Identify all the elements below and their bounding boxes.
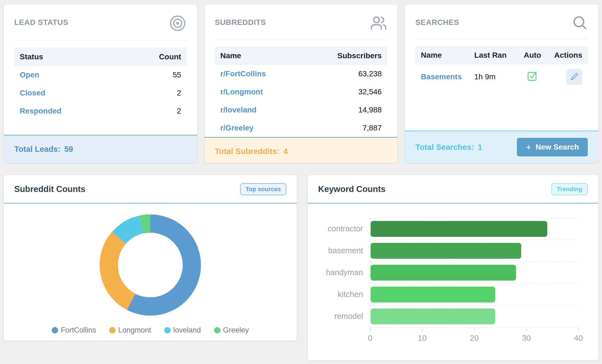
subreddits-footer: Total Subreddits:4 (204, 137, 398, 163)
col-name: Name (415, 46, 469, 64)
subscribers-loveland: 14,988 (302, 101, 387, 119)
x-tick-label: 10 (418, 334, 427, 343)
bar-category-labels: contractorbasementhandymankitchenremodel (323, 218, 370, 328)
users-icon (370, 14, 387, 32)
x-tick-label: 30 (522, 334, 531, 343)
subreddit-donut-chart: FortCollinsLongmontlovelandGreeley (4, 203, 297, 334)
lead-status-footer: Total Leads:59 (4, 135, 197, 163)
bar-row (371, 218, 578, 240)
total-searches-label: Total Searches: (415, 143, 474, 152)
divider (14, 40, 187, 41)
total-leads-label: Total Leads: (14, 145, 61, 153)
table-header-row: Status Count (14, 48, 187, 66)
total-leads-value: 59 (64, 145, 73, 153)
subreddits-card: SUBREDDITS Name Subscribers r/F (204, 4, 398, 163)
col-actions: Actions (549, 46, 588, 64)
new-search-button[interactable]: + New Search (517, 138, 588, 156)
search-icon (571, 14, 588, 32)
table-header-row: Name Last Ran Auto Actions (415, 46, 588, 64)
col-last-ran: Last Ran (469, 46, 516, 64)
x-tick (370, 328, 371, 332)
trending-badge: Trending (551, 183, 588, 195)
pencil-icon (571, 73, 578, 81)
table-row: Closed 2 (14, 84, 187, 102)
col-status: Status (14, 48, 120, 66)
searches-title: SEARCHES (415, 18, 459, 27)
search-link-basements[interactable]: Basements (421, 72, 462, 81)
subreddit-link-longmont[interactable]: r/Longmont (220, 88, 263, 96)
subreddit-counts-header: Subreddit Counts Top sources (4, 175, 297, 203)
bar-row (371, 261, 578, 283)
subreddit-link-greeley[interactable]: r/Greeley (220, 124, 254, 132)
keyword-counts-title: Keyword Counts (318, 184, 385, 194)
x-tick-label: 0 (368, 334, 372, 343)
divider (215, 39, 387, 40)
search-last-ran: 1h 9m (469, 64, 516, 89)
plus-icon: + (526, 142, 531, 152)
col-name: Name (215, 47, 302, 65)
lead-status-link-open[interactable]: Open (20, 71, 39, 79)
keyword-counts-header: Keyword Counts Trending (308, 175, 598, 203)
bar-handyman (371, 265, 516, 281)
subscribers-fortcollins: 63,238 (302, 65, 387, 83)
legend-dot (214, 327, 220, 333)
top-sources-badge: Top sources (240, 183, 286, 195)
bar-remodel (371, 308, 495, 324)
bar-basement (371, 243, 521, 259)
table-row: r/loveland 14,988 (215, 101, 387, 119)
bar-label-contractor: contractor (323, 218, 370, 240)
legend-item-greeley: Greeley (214, 326, 249, 334)
auto-checkbox-icon[interactable] (527, 75, 538, 83)
table-row: r/FortCollins 63,238 (215, 65, 387, 83)
legend-label: FortCollins (61, 326, 96, 334)
bar-contractor (371, 221, 547, 237)
bar-label-kitchen: kitchen (323, 283, 370, 305)
donut-legend: FortCollinsLongmontlovelandGreeley (52, 326, 249, 334)
legend-label: Greeley (223, 326, 249, 334)
subreddit-counts-panel: Subreddit Counts Top sources FortCollins… (4, 175, 297, 341)
subreddits-title: SUBREDDITS (215, 18, 266, 27)
lead-status-link-closed[interactable]: Closed (20, 89, 45, 97)
x-tick-label: 20 (470, 334, 479, 343)
col-subscribers: Subscribers (302, 47, 387, 65)
subscribers-greeley: 7,887 (302, 119, 387, 137)
new-search-label: New Search (535, 143, 579, 152)
lead-status-link-responded[interactable]: Responded (20, 107, 61, 115)
bar-row (371, 283, 578, 305)
searches-footer: Total Searches:1 + New Search (405, 131, 598, 163)
legend-item-loveland: loveland (164, 326, 201, 334)
bar-kitchen (371, 287, 495, 302)
total-subreddits-value: 4 (283, 147, 288, 156)
subreddit-donut-svg (99, 213, 202, 317)
subreddit-link-fortcollins[interactable]: r/FortCollins (220, 69, 266, 78)
keyword-bar-chart: contractorbasementhandymankitchenremodel… (308, 203, 598, 347)
legend-label: loveland (173, 326, 201, 334)
bar-label-basement: basement (323, 240, 370, 261)
subscribers-longmont: 32,546 (302, 83, 387, 101)
x-tick-label: 40 (574, 334, 583, 343)
top-stats-row: LEAD STATUS Status Count Open 55 (4, 4, 598, 163)
col-auto: Auto (516, 46, 549, 64)
lead-status-card: LEAD STATUS Status Count Open 55 (4, 4, 197, 163)
target-icon (169, 14, 187, 33)
edit-search-button[interactable] (566, 69, 582, 85)
x-tick (578, 328, 579, 332)
searches-header: SEARCHES (405, 4, 598, 32)
table-row: r/Greeley 7,887 (215, 119, 387, 137)
subreddit-link-loveland[interactable]: r/loveland (220, 106, 257, 114)
lead-count-open: 55 (120, 66, 187, 84)
legend-dot (164, 327, 171, 333)
keyword-counts-panel: Keyword Counts Trending contractorbaseme… (308, 175, 598, 360)
bar-label-remodel: remodel (323, 305, 370, 327)
bar-row (371, 305, 578, 327)
lead-status-title: LEAD STATUS (14, 18, 68, 27)
legend-dot (52, 327, 58, 333)
subreddits-header: SUBREDDITS (204, 4, 398, 32)
divider (415, 39, 588, 39)
subreddit-counts-title: Subreddit Counts (14, 184, 85, 194)
legend-dot (109, 327, 116, 333)
legend-item-fortcollins: FortCollins (52, 326, 96, 334)
legend-item-longmont: Longmont (109, 326, 151, 334)
table-row: Basements 1h 9m (415, 64, 588, 89)
table-header-row: Name Subscribers (215, 47, 387, 65)
